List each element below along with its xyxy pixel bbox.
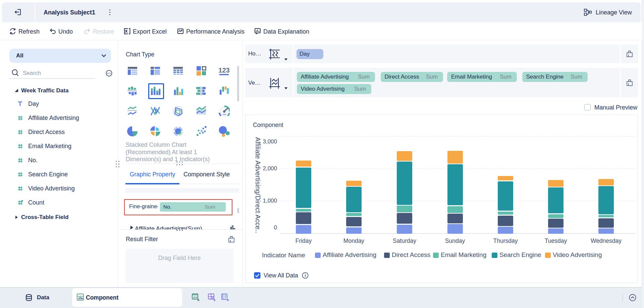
- svg-text:123: 123: [219, 67, 229, 74]
